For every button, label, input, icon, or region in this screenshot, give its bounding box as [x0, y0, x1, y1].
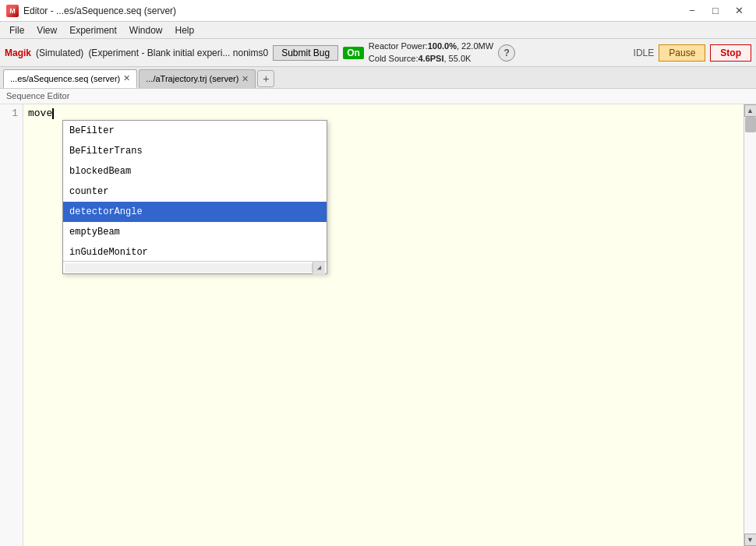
- scroll-track[interactable]: [744, 117, 756, 534]
- autocomplete-item-emptybeam[interactable]: emptyBeam: [63, 222, 327, 242]
- tab-sequence-label: ...es/aSequence.seq (server): [10, 74, 120, 83]
- editor-header: Sequence Editor: [0, 89, 756, 104]
- line-number-1: 1: [5, 106, 18, 122]
- window-title: Editor - ...es/aSequence.seq (server): [23, 5, 176, 16]
- help-button[interactable]: ?: [498, 44, 515, 62]
- reactor-power-value: 100.0%: [428, 41, 457, 51]
- code-text: move: [28, 106, 52, 122]
- minimize-button[interactable]: −: [681, 3, 703, 19]
- tab-trajectory-label: .../aTrajectory.trj (server): [146, 74, 238, 83]
- submit-bug-button[interactable]: Submit Bug: [273, 45, 338, 61]
- autocomplete-item-detectorangle[interactable]: detectorAngle: [63, 202, 327, 222]
- scroll-up-arrow[interactable]: ▲: [744, 104, 757, 117]
- cold-source-label: Cold Source:: [369, 54, 419, 63]
- status-bar: Magik (Simulated) (Experiment - Blank in…: [0, 39, 756, 67]
- tab-sequence-close[interactable]: ✕: [123, 73, 130, 83]
- add-tab-button[interactable]: +: [257, 70, 274, 87]
- scroll-thumb[interactable]: [745, 117, 756, 132]
- tab-trajectory-close[interactable]: ✕: [242, 74, 249, 84]
- menu-file[interactable]: File: [3, 23, 30, 37]
- title-bar: M Editor - ...es/aSequence.seq (server) …: [0, 0, 756, 22]
- menu-bar: File View Experiment Window Help: [0, 22, 756, 39]
- cold-source-psi: 4.6PSI: [418, 54, 443, 63]
- on-badge: On: [343, 47, 364, 59]
- reactor-info: Reactor Power:100.0%, 22.0MWCold Source:…: [369, 41, 493, 65]
- tab-sequence[interactable]: ...es/aSequence.seq (server) ✕: [3, 69, 137, 88]
- experiment-label: (Experiment - Blank initial experi... no…: [88, 48, 268, 58]
- menu-window[interactable]: Window: [123, 23, 169, 37]
- app-icon: M: [6, 5, 19, 17]
- menu-help[interactable]: Help: [169, 23, 201, 37]
- autocomplete-item-blockedbeam[interactable]: blockedBeam: [63, 161, 327, 181]
- idle-label: IDLE: [634, 48, 655, 58]
- reactor-power-label: Reactor Power:: [369, 41, 428, 51]
- close-button[interactable]: ✕: [728, 3, 750, 19]
- autocomplete-item-counter[interactable]: counter: [63, 181, 327, 202]
- line-numbers: 1: [0, 104, 23, 546]
- menu-view[interactable]: View: [30, 23, 63, 37]
- main-scrollbar[interactable]: ▲ ▼: [744, 104, 756, 546]
- title-bar-left: M Editor - ...es/aSequence.seq (server): [6, 5, 176, 17]
- code-line-1: move: [28, 106, 739, 122]
- pause-button[interactable]: Pause: [659, 44, 705, 62]
- editor-content: 1 move BeFilter BeFilterTrans blockedBea…: [0, 104, 756, 546]
- tab-trajectory[interactable]: .../aTrajectory.trj (server) ✕: [139, 69, 256, 88]
- cursor: [52, 108, 54, 119]
- magik-label: Magik: [5, 48, 31, 58]
- autocomplete-item-befilter[interactable]: BeFilter: [63, 121, 327, 141]
- simulated-label: (Simulated): [36, 48, 83, 58]
- editor-container: Sequence Editor 1 move BeFilter BeFilter…: [0, 89, 756, 546]
- autocomplete-list[interactable]: BeFilter BeFilterTrans blockedBeam count…: [63, 121, 327, 261]
- code-area[interactable]: move BeFilter BeFilterTrans blockedBeam …: [23, 104, 744, 546]
- stop-button[interactable]: Stop: [710, 44, 751, 62]
- maximize-button[interactable]: □: [705, 3, 726, 19]
- autocomplete-item-befiltertrans[interactable]: BeFilterTrans: [63, 141, 327, 161]
- autocomplete-resize-corner: ◢: [313, 262, 325, 274]
- autocomplete-item-inguidemonitor[interactable]: inGuideMonitor: [63, 242, 327, 261]
- autocomplete-dropdown: BeFilter BeFilterTrans blockedBeam count…: [62, 120, 327, 274]
- menu-experiment[interactable]: Experiment: [63, 23, 123, 37]
- window-controls: − □ ✕: [681, 3, 750, 19]
- autocomplete-hscroll[interactable]: [65, 263, 313, 273]
- autocomplete-footer: ◢: [63, 261, 327, 273]
- tabs-bar: ...es/aSequence.seq (server) ✕ .../aTraj…: [0, 67, 756, 89]
- scroll-down-arrow[interactable]: ▼: [744, 534, 757, 546]
